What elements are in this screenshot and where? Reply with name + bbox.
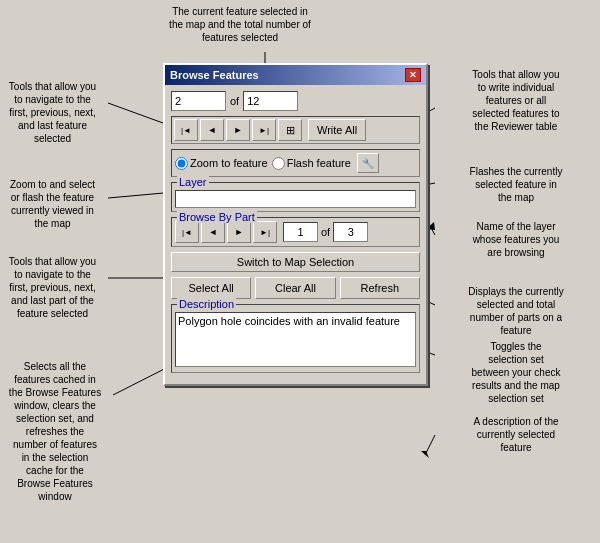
part-nav-next-button[interactable] bbox=[227, 221, 251, 243]
description-section: Description bbox=[171, 304, 420, 373]
action-buttons-row: Select All Clear All Refresh bbox=[171, 277, 420, 299]
dialog-title: Browse Features bbox=[170, 69, 259, 81]
part-total-input[interactable] bbox=[333, 222, 368, 242]
browse-features-dialog: Browse Features ✕ of Write All Zoom to f… bbox=[163, 63, 428, 386]
nav-prev-button[interactable] bbox=[200, 119, 224, 141]
part-nav-first-button[interactable] bbox=[175, 221, 199, 243]
clear-all-button[interactable]: Clear All bbox=[255, 277, 335, 299]
feature-counter-row: of bbox=[171, 91, 420, 111]
part-nav-last-button[interactable] bbox=[253, 221, 277, 243]
annotation-right-parts: Displays the currently selected and tota… bbox=[436, 285, 596, 337]
nav-grid-button[interactable] bbox=[278, 119, 302, 141]
write-all-button[interactable]: Write All bbox=[308, 119, 366, 141]
nav-next-button[interactable] bbox=[226, 119, 250, 141]
annotation-right-layer: Name of the layer whose features you are… bbox=[436, 220, 596, 259]
switch-map-selection-button[interactable]: Switch to Map Selection bbox=[171, 252, 420, 272]
zoom-tool-button[interactable]: 🔧 bbox=[357, 153, 379, 173]
nav-last-button[interactable] bbox=[252, 119, 276, 141]
part-nav-row: of bbox=[175, 221, 416, 243]
annotation-right-description: A description of the currently selected … bbox=[436, 415, 596, 454]
dialog-titlebar: Browse Features ✕ bbox=[165, 65, 426, 85]
feature-total-input[interactable] bbox=[243, 91, 298, 111]
dialog-close-button[interactable]: ✕ bbox=[405, 68, 421, 82]
layer-section-label: Layer bbox=[177, 176, 209, 188]
zoom-feature-label: Zoom to feature bbox=[190, 157, 268, 169]
zoom-feature-radio[interactable] bbox=[175, 157, 188, 170]
annotation-right-switch: Toggles the selection set between your c… bbox=[436, 340, 596, 405]
feature-nav-row: Write All bbox=[171, 116, 420, 144]
description-textarea[interactable] bbox=[175, 312, 416, 367]
annotation-left-zoom: Zoom to and select or flash the feature … bbox=[0, 178, 105, 230]
of-label: of bbox=[230, 95, 239, 107]
svg-line-20 bbox=[425, 435, 435, 455]
annotation-left-top: Tools that allow you to navigate to the … bbox=[0, 80, 105, 145]
part-of-label: of bbox=[321, 226, 330, 238]
annotation-right-top: Tools that allow you to write individual… bbox=[436, 68, 596, 133]
annotation-right-flash: Flashes the currently selected feature i… bbox=[436, 165, 596, 204]
browse-by-part-section: Browse By Part of bbox=[171, 217, 420, 247]
description-section-label: Description bbox=[177, 298, 236, 310]
feature-current-input[interactable] bbox=[171, 91, 226, 111]
flash-feature-label: Flash feature bbox=[287, 157, 351, 169]
select-all-button[interactable]: Select All bbox=[171, 277, 251, 299]
svg-marker-21 bbox=[421, 451, 429, 458]
annotation-left-bottom: Selects all the features cached in the B… bbox=[0, 360, 110, 503]
refresh-button[interactable]: Refresh bbox=[340, 277, 420, 299]
browse-by-part-label: Browse By Part bbox=[177, 211, 257, 223]
zoom-feature-option[interactable]: Zoom to feature bbox=[175, 157, 268, 170]
annotation-top-center: The current feature selected in the map … bbox=[140, 5, 340, 44]
part-current-input[interactable] bbox=[283, 222, 318, 242]
annotation-left-part: Tools that allow you to navigate to the … bbox=[0, 255, 105, 320]
nav-first-button[interactable] bbox=[174, 119, 198, 141]
layer-section: Layer bbox=[171, 182, 420, 212]
svg-line-14 bbox=[430, 226, 435, 235]
flash-feature-option[interactable]: Flash feature bbox=[272, 157, 351, 170]
wrench-icon: 🔧 bbox=[362, 158, 374, 169]
layer-input[interactable] bbox=[175, 190, 416, 208]
part-counter: of bbox=[283, 222, 368, 242]
flash-feature-radio[interactable] bbox=[272, 157, 285, 170]
part-nav-prev-button[interactable] bbox=[201, 221, 225, 243]
zoom-flash-row: Zoom to feature Flash feature 🔧 bbox=[171, 149, 420, 177]
